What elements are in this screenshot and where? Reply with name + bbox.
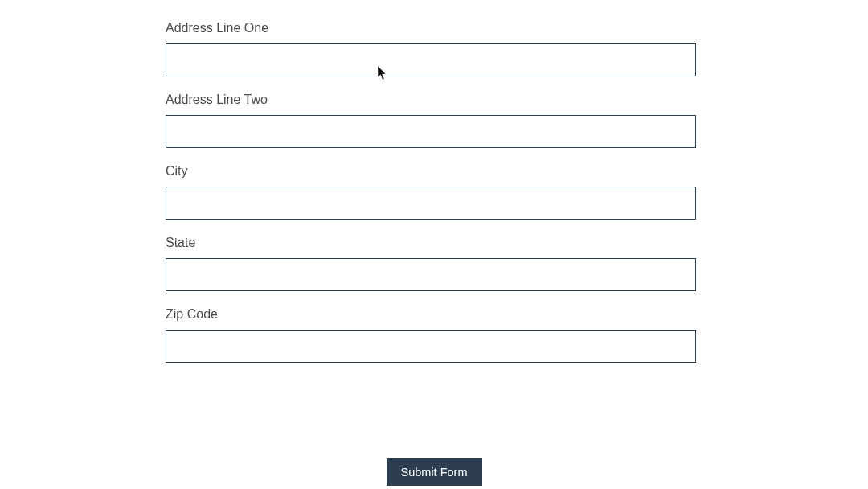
submit-area: Submit Form (0, 458, 868, 486)
label-zip-code: Zip Code (166, 307, 696, 322)
label-address-line-one: Address Line One (166, 21, 696, 35)
label-state: State (166, 236, 696, 250)
address-form: Address Line One Address Line Two City S… (166, 21, 696, 379)
field-zip-code: Zip Code (166, 307, 696, 363)
input-city[interactable] (166, 187, 696, 220)
field-address-line-one: Address Line One (166, 21, 696, 76)
input-address-line-one[interactable] (166, 43, 696, 76)
input-state[interactable] (166, 258, 696, 291)
input-zip-code[interactable] (166, 330, 696, 363)
submit-button[interactable]: Submit Form (387, 458, 482, 486)
input-address-line-two[interactable] (166, 115, 696, 148)
field-address-line-two: Address Line Two (166, 92, 696, 148)
label-city: City (166, 164, 696, 179)
label-address-line-two: Address Line Two (166, 92, 696, 107)
field-state: State (166, 236, 696, 291)
field-city: City (166, 164, 696, 220)
